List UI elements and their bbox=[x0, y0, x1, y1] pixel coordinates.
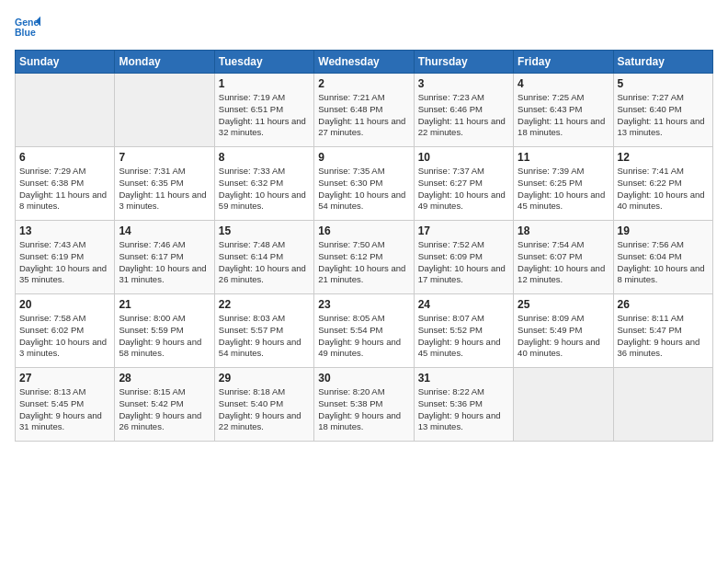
day-cell: 16Sunrise: 7:50 AMSunset: 6:12 PMDayligh… bbox=[314, 221, 414, 294]
week-row-5: 27Sunrise: 8:13 AMSunset: 5:45 PMDayligh… bbox=[16, 368, 713, 442]
day-cell: 1Sunrise: 7:19 AMSunset: 6:51 PMDaylight… bbox=[214, 74, 313, 147]
day-number: 6 bbox=[19, 151, 110, 164]
day-info: Sunrise: 7:46 AMSunset: 6:17 PMDaylight:… bbox=[119, 239, 210, 286]
weekday-header-wednesday: Wednesday bbox=[314, 51, 414, 74]
day-cell: 28Sunrise: 8:15 AMSunset: 5:42 PMDayligh… bbox=[115, 368, 214, 442]
day-cell: 6Sunrise: 7:29 AMSunset: 6:38 PMDaylight… bbox=[16, 147, 115, 221]
day-number: 3 bbox=[418, 77, 509, 90]
day-number: 23 bbox=[318, 298, 409, 311]
day-cell: 31Sunrise: 8:22 AMSunset: 5:36 PMDayligh… bbox=[414, 368, 513, 442]
day-info: Sunrise: 7:56 AMSunset: 6:04 PMDaylight:… bbox=[618, 239, 709, 286]
day-info: Sunrise: 7:48 AMSunset: 6:14 PMDaylight:… bbox=[219, 239, 310, 286]
day-cell: 10Sunrise: 7:37 AMSunset: 6:27 PMDayligh… bbox=[414, 147, 513, 221]
week-row-1: 1Sunrise: 7:19 AMSunset: 6:51 PMDaylight… bbox=[16, 74, 713, 147]
day-cell: 26Sunrise: 8:11 AMSunset: 5:47 PMDayligh… bbox=[613, 294, 712, 368]
day-info: Sunrise: 7:41 AMSunset: 6:22 PMDaylight:… bbox=[618, 166, 709, 213]
day-info: Sunrise: 7:33 AMSunset: 6:32 PMDaylight:… bbox=[219, 166, 310, 213]
day-info: Sunrise: 7:58 AMSunset: 6:02 PMDaylight:… bbox=[19, 313, 110, 360]
day-number: 29 bbox=[219, 372, 310, 385]
logo-icon: General Blue bbox=[15, 15, 40, 40]
day-cell: 9Sunrise: 7:35 AMSunset: 6:30 PMDaylight… bbox=[314, 147, 414, 221]
day-cell: 15Sunrise: 7:48 AMSunset: 6:14 PMDayligh… bbox=[214, 221, 313, 294]
day-cell: 25Sunrise: 8:09 AMSunset: 5:49 PMDayligh… bbox=[514, 294, 613, 368]
weekday-header-friday: Friday bbox=[514, 51, 613, 74]
day-cell bbox=[115, 74, 214, 147]
day-info: Sunrise: 7:27 AMSunset: 6:40 PMDaylight:… bbox=[618, 92, 709, 139]
day-cell bbox=[514, 368, 613, 442]
day-info: Sunrise: 8:09 AMSunset: 5:49 PMDaylight:… bbox=[518, 313, 609, 360]
day-number: 9 bbox=[318, 151, 409, 164]
day-cell: 7Sunrise: 7:31 AMSunset: 6:35 PMDaylight… bbox=[115, 147, 214, 221]
day-number: 5 bbox=[618, 77, 709, 90]
day-cell: 19Sunrise: 7:56 AMSunset: 6:04 PMDayligh… bbox=[613, 221, 712, 294]
header: General Blue bbox=[15, 15, 713, 40]
day-number: 24 bbox=[418, 298, 509, 311]
day-cell: 8Sunrise: 7:33 AMSunset: 6:32 PMDaylight… bbox=[214, 147, 313, 221]
day-number: 11 bbox=[518, 151, 609, 164]
day-info: Sunrise: 7:29 AMSunset: 6:38 PMDaylight:… bbox=[19, 166, 110, 213]
day-info: Sunrise: 8:00 AMSunset: 5:59 PMDaylight:… bbox=[119, 313, 210, 360]
day-number: 4 bbox=[518, 77, 609, 90]
day-cell: 22Sunrise: 8:03 AMSunset: 5:57 PMDayligh… bbox=[214, 294, 313, 368]
day-number: 28 bbox=[119, 372, 210, 385]
day-cell: 29Sunrise: 8:18 AMSunset: 5:40 PMDayligh… bbox=[214, 368, 313, 442]
day-info: Sunrise: 7:21 AMSunset: 6:48 PMDaylight:… bbox=[318, 92, 409, 139]
day-number: 18 bbox=[518, 224, 609, 237]
day-cell: 20Sunrise: 7:58 AMSunset: 6:02 PMDayligh… bbox=[16, 294, 115, 368]
week-row-4: 20Sunrise: 7:58 AMSunset: 6:02 PMDayligh… bbox=[16, 294, 713, 368]
day-number: 8 bbox=[219, 151, 310, 164]
page: General Blue SundayMondayTuesdayWednesda… bbox=[0, 0, 728, 563]
day-info: Sunrise: 8:15 AMSunset: 5:42 PMDaylight:… bbox=[119, 386, 210, 433]
svg-text:Blue: Blue bbox=[15, 27, 36, 38]
day-cell: 3Sunrise: 7:23 AMSunset: 6:46 PMDaylight… bbox=[414, 74, 513, 147]
day-number: 27 bbox=[19, 372, 110, 385]
day-cell: 4Sunrise: 7:25 AMSunset: 6:43 PMDaylight… bbox=[514, 74, 613, 147]
weekday-header-saturday: Saturday bbox=[613, 51, 712, 74]
day-cell: 14Sunrise: 7:46 AMSunset: 6:17 PMDayligh… bbox=[115, 221, 214, 294]
day-info: Sunrise: 7:37 AMSunset: 6:27 PMDaylight:… bbox=[418, 166, 509, 213]
day-cell: 5Sunrise: 7:27 AMSunset: 6:40 PMDaylight… bbox=[613, 74, 712, 147]
day-number: 22 bbox=[219, 298, 310, 311]
week-row-2: 6Sunrise: 7:29 AMSunset: 6:38 PMDaylight… bbox=[16, 147, 713, 221]
logo: General Blue bbox=[15, 15, 40, 40]
day-info: Sunrise: 8:18 AMSunset: 5:40 PMDaylight:… bbox=[219, 386, 310, 433]
weekday-header-tuesday: Tuesday bbox=[214, 51, 313, 74]
day-number: 31 bbox=[418, 372, 509, 385]
day-number: 2 bbox=[318, 77, 409, 90]
day-number: 25 bbox=[518, 298, 609, 311]
day-number: 15 bbox=[219, 224, 310, 237]
day-cell bbox=[613, 368, 712, 442]
day-cell: 21Sunrise: 8:00 AMSunset: 5:59 PMDayligh… bbox=[115, 294, 214, 368]
day-number: 14 bbox=[119, 224, 210, 237]
day-number: 12 bbox=[618, 151, 709, 164]
day-cell: 11Sunrise: 7:39 AMSunset: 6:25 PMDayligh… bbox=[514, 147, 613, 221]
weekday-header-sunday: Sunday bbox=[16, 51, 115, 74]
day-info: Sunrise: 7:54 AMSunset: 6:07 PMDaylight:… bbox=[518, 239, 609, 286]
day-cell: 2Sunrise: 7:21 AMSunset: 6:48 PMDaylight… bbox=[314, 74, 414, 147]
day-info: Sunrise: 7:25 AMSunset: 6:43 PMDaylight:… bbox=[518, 92, 609, 139]
day-info: Sunrise: 7:23 AMSunset: 6:46 PMDaylight:… bbox=[418, 92, 509, 139]
day-cell: 17Sunrise: 7:52 AMSunset: 6:09 PMDayligh… bbox=[414, 221, 513, 294]
day-info: Sunrise: 8:03 AMSunset: 5:57 PMDaylight:… bbox=[219, 313, 310, 360]
day-number: 30 bbox=[318, 372, 409, 385]
day-number: 21 bbox=[119, 298, 210, 311]
day-number: 16 bbox=[318, 224, 409, 237]
day-cell: 23Sunrise: 8:05 AMSunset: 5:54 PMDayligh… bbox=[314, 294, 414, 368]
day-info: Sunrise: 7:31 AMSunset: 6:35 PMDaylight:… bbox=[119, 166, 210, 213]
day-number: 20 bbox=[19, 298, 110, 311]
day-info: Sunrise: 8:11 AMSunset: 5:47 PMDaylight:… bbox=[618, 313, 709, 360]
day-info: Sunrise: 8:13 AMSunset: 5:45 PMDaylight:… bbox=[19, 386, 110, 433]
day-info: Sunrise: 7:43 AMSunset: 6:19 PMDaylight:… bbox=[19, 239, 110, 286]
day-number: 26 bbox=[618, 298, 709, 311]
day-number: 1 bbox=[219, 77, 310, 90]
day-info: Sunrise: 8:20 AMSunset: 5:38 PMDaylight:… bbox=[318, 386, 409, 433]
day-number: 13 bbox=[19, 224, 110, 237]
day-info: Sunrise: 7:19 AMSunset: 6:51 PMDaylight:… bbox=[219, 92, 310, 139]
day-number: 17 bbox=[418, 224, 509, 237]
day-info: Sunrise: 8:05 AMSunset: 5:54 PMDaylight:… bbox=[318, 313, 409, 360]
day-cell bbox=[16, 74, 115, 147]
day-cell: 24Sunrise: 8:07 AMSunset: 5:52 PMDayligh… bbox=[414, 294, 513, 368]
weekday-header-thursday: Thursday bbox=[414, 51, 513, 74]
day-info: Sunrise: 8:22 AMSunset: 5:36 PMDaylight:… bbox=[418, 386, 509, 433]
day-cell: 12Sunrise: 7:41 AMSunset: 6:22 PMDayligh… bbox=[613, 147, 712, 221]
